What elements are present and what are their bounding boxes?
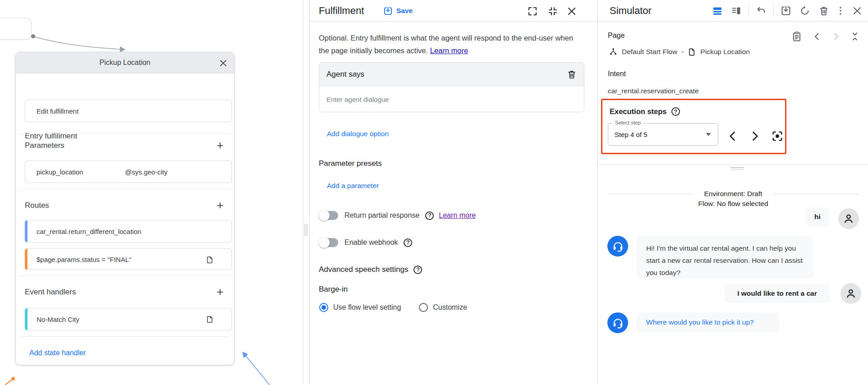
restart-icon[interactable] xyxy=(799,5,810,16)
breadcrumb-page[interactable]: Pickup Location xyxy=(700,48,749,56)
intent-label: Intent xyxy=(608,70,626,78)
clipboard-icon[interactable] xyxy=(791,31,802,42)
next-step-button[interactable] xyxy=(749,130,761,142)
fullscreen-icon[interactable] xyxy=(527,6,538,17)
route-row-condition[interactable]: $page.params.status = "FINAL" xyxy=(25,248,232,270)
canvas-right-edge xyxy=(303,0,303,385)
learn-more-link[interactable]: Learn more xyxy=(430,46,468,55)
help-icon[interactable]: ? xyxy=(413,266,422,274)
use-flow-level-setting-label: Use flow level setting xyxy=(333,303,401,312)
undo-icon[interactable] xyxy=(756,5,767,16)
add-route-plus-icon[interactable]: + xyxy=(214,200,226,211)
close-icon[interactable] xyxy=(566,6,577,17)
unfold-less-icon[interactable] xyxy=(850,31,860,42)
help-icon[interactable]: ? xyxy=(404,238,412,247)
section-divider xyxy=(20,275,230,276)
routes-label: Routes xyxy=(25,201,49,210)
breadcrumb-flow[interactable]: Default Start Flow xyxy=(622,48,677,56)
environment-status: Environment: Draft xyxy=(666,190,801,198)
trash-icon[interactable] xyxy=(567,69,577,79)
route-condition-text: $page.params.status = "FINAL" xyxy=(28,256,131,263)
edge-outgoing-orange xyxy=(5,380,12,385)
page-file-icon xyxy=(206,256,214,264)
add-state-handler-link[interactable]: Add state handler xyxy=(29,349,86,357)
save-conversation-icon[interactable] xyxy=(781,5,791,16)
barge-in-heading: Barge-in xyxy=(319,285,348,294)
user-avatar xyxy=(838,208,859,229)
agent-dialogue-input[interactable]: Enter agent dialogue xyxy=(326,86,389,113)
event-handler-row[interactable]: No-Match City xyxy=(25,308,232,330)
panel-resize-handle[interactable] xyxy=(304,224,309,236)
help-icon[interactable]: ? xyxy=(671,107,680,116)
add-a-parameter-link[interactable]: Add a parameter xyxy=(327,182,379,190)
close-icon[interactable] xyxy=(218,58,228,68)
chevron-right-icon[interactable] xyxy=(831,31,841,42)
headset-icon xyxy=(612,240,624,252)
save-label: Save xyxy=(396,7,413,15)
fulfillment-title: Fulfillment xyxy=(319,5,364,17)
previous-step-button[interactable] xyxy=(726,130,739,142)
customize-radio[interactable] xyxy=(419,303,428,312)
add-parameter-plus-icon[interactable]: + xyxy=(214,140,226,151)
section-divider xyxy=(20,189,230,189)
save-button[interactable]: Save xyxy=(383,0,413,22)
agent-avatar xyxy=(607,312,628,333)
add-event-handler-plus-icon[interactable]: + xyxy=(214,286,226,298)
edit-fulfillment-button[interactable]: Edit fulfillment xyxy=(25,100,232,122)
pickup-location-card-header: Pickup Location xyxy=(16,52,234,73)
toolbar-divider xyxy=(773,5,774,16)
agent-message-text: Hi! I'm the virtual car rental agent. I … xyxy=(637,236,813,285)
agent-message-bubble-highlighted: Where would you like to pick it up? xyxy=(637,312,780,332)
enable-webhook-label: Enable webhook xyxy=(344,238,398,247)
edge-incoming-blue xyxy=(243,353,270,385)
parameter-row[interactable]: pickup_location @sys.geo-city xyxy=(25,160,232,183)
add-dialogue-option-link[interactable]: Add dialogue option xyxy=(327,130,389,138)
entry-fulfillment-description: Optional. Entry fulfillment is what the … xyxy=(319,32,581,57)
chat-area-divider xyxy=(598,165,868,165)
enable-webhook-row: Enable webhook ? xyxy=(320,238,412,247)
caret-down-icon xyxy=(705,132,712,137)
return-partial-response-toggle[interactable] xyxy=(320,211,338,220)
advanced-speech-settings-row: Advanced speech settings ? xyxy=(319,265,422,274)
fulfillment-panel: Fulfillment Save Optional. Entry fulfill… xyxy=(309,0,598,385)
dense-view-icon[interactable] xyxy=(712,5,723,16)
fullscreen-exit-icon[interactable] xyxy=(547,6,558,17)
parameter-entity: @sys.geo-city xyxy=(125,168,167,176)
user-message-bubble: hi xyxy=(805,207,830,226)
center-focus-icon[interactable] xyxy=(771,130,784,142)
select-step-value: Step 4 of 5 xyxy=(615,124,648,145)
return-partial-response-label: Return partial response xyxy=(344,211,419,220)
use-flow-level-setting-radio[interactable] xyxy=(319,303,328,312)
help-icon[interactable]: ? xyxy=(425,211,434,220)
chevron-left-icon[interactable] xyxy=(812,31,822,42)
chat-resize-handle[interactable] xyxy=(730,167,744,171)
enable-webhook-toggle[interactable] xyxy=(320,238,338,247)
event-handler-text: No-Match City xyxy=(28,316,79,323)
route-row-intent[interactable]: car_rental.return_different_location xyxy=(25,220,232,243)
simulator-title: Simulator xyxy=(610,5,652,17)
parameter-presets-heading: Parameter presets xyxy=(319,159,382,168)
execution-steps-section: Execution steps ? Select step Step 4 of … xyxy=(601,99,786,154)
partial-response-learn-more-link[interactable]: Learn more xyxy=(439,211,476,220)
close-icon[interactable] xyxy=(852,5,863,16)
return-partial-response-row: Return partial response ? Learn more xyxy=(320,211,476,220)
advanced-speech-settings-heading: Advanced speech settings xyxy=(319,265,408,274)
agent-message-bubble: Hi! I'm the virtual car rental agent. I … xyxy=(637,236,813,279)
trash-icon[interactable] xyxy=(818,5,829,16)
more-options-icon[interactable] xyxy=(835,5,846,16)
entry-fulfillment-label: Entry fulfillment xyxy=(25,132,77,141)
agent-avatar xyxy=(607,236,628,257)
agent-message-text-highlighted: Where would you like to pick it up? xyxy=(637,318,754,326)
select-step-dropdown[interactable]: Select step Step 4 of 5 xyxy=(608,123,718,146)
page-file-icon xyxy=(206,315,214,324)
route-intent-text: car_rental.return_different_location xyxy=(28,228,141,235)
side-panel-view-icon[interactable] xyxy=(731,5,742,16)
page-section-icons xyxy=(786,31,862,42)
event-handlers-label: Event handlers xyxy=(25,288,76,297)
user-avatar xyxy=(840,283,861,304)
orange-edge-dot xyxy=(11,377,15,380)
flow-canvas[interactable]: Pickup Location Entry fulfillment Edit f… xyxy=(0,0,309,385)
flow-start-node[interactable] xyxy=(0,18,32,40)
pickup-location-card: Pickup Location Entry fulfillment Edit f… xyxy=(15,52,234,365)
page-card-title: Pickup Location xyxy=(100,59,151,67)
